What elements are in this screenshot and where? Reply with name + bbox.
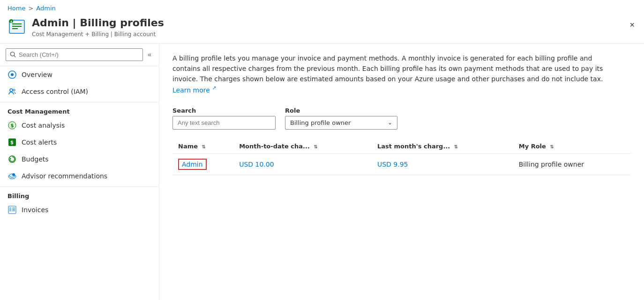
svg-point-6 [10,52,14,56]
svg-rect-21 [8,206,16,214]
search-filter-label: Search [172,107,276,114]
svg-point-11 [13,89,15,91]
svg-text:$: $ [11,123,14,128]
breadcrumb-home[interactable]: Home [7,5,25,12]
close-button[interactable]: × [628,18,637,32]
search-filter-input[interactable] [172,116,276,130]
sidebar-item-budgets[interactable]: Budgets [0,151,159,168]
sidebar-item-overview-label: Overview [22,71,52,78]
role-filter-select[interactable]: Billing profile owner ⌄ [285,116,397,130]
budgets-icon [7,154,17,164]
role-filter-label: Role [285,107,397,114]
role-filter-group: Role Billing profile owner ⌄ [285,107,397,130]
sidebar-nav: Overview Access control (IAM) Cost Manag… [0,66,159,300]
sidebar-item-access-control[interactable]: Access control (IAM) [0,83,159,100]
role-filter-value: Billing profile owner [290,119,388,126]
sidebar-item-invoices-label: Invoices [22,206,48,214]
breadcrumb: Home > Admin [0,0,644,15]
search-input-container[interactable] [6,48,143,61]
page-title-block: Admin | Billing profiles Cost Management… [32,16,637,38]
table-cell-name: Admin [172,154,233,175]
svg-line-7 [14,55,15,57]
table-cell-my-role: Billing profile owner [513,154,631,175]
access-control-icon [7,87,17,96]
page-header: $ Admin | Billing profiles Cost Manageme… [0,15,644,44]
content-area: A billing profile lets you manage your i… [159,44,644,300]
sidebar-item-budgets-label: Budgets [22,155,49,163]
page-title: Admin | Billing profiles [32,16,637,30]
svg-text:$: $ [10,20,12,23]
learn-more-link[interactable]: Learn more ↗ [172,86,217,94]
table-body: Admin USD 10.00 USD 9.95 Billing profile… [172,154,631,175]
table-cell-month-to-date: USD 10.00 [233,154,372,175]
sort-icon-last-month: ⇅ [454,144,458,149]
table-header: Name ⇅ Month-to-date cha... ⇅ Last month… [172,139,631,154]
billing-profiles-table: Name ⇅ Month-to-date cha... ⇅ Last month… [172,139,631,175]
invoices-icon [7,205,17,215]
external-link-icon: ↗ [212,85,216,92]
svg-text:$: $ [10,140,14,145]
sidebar-search-input[interactable] [19,51,139,58]
admin-cell: Admin [178,159,228,170]
advisor-recommendations-icon [7,171,17,181]
admin-profile-link[interactable]: Admin [178,159,207,170]
collapse-sidebar-button[interactable]: « [146,49,153,60]
filters-row: Search Role Billing profile owner ⌄ [172,107,631,130]
my-role-value: Billing profile owner [519,161,584,168]
svg-point-20 [12,173,15,176]
table-header-month-to-date[interactable]: Month-to-date cha... ⇅ [233,139,372,154]
table-row: Admin USD 10.00 USD 9.95 Billing profile… [172,154,631,175]
month-to-date-amount: USD 10.00 [239,161,274,168]
chevron-down-icon: ⌄ [388,119,392,126]
page-subtitle: Cost Management + Billing | Billing acco… [32,31,637,38]
table-header-my-role[interactable]: My Role ⇅ [513,139,631,154]
sidebar-item-cost-analysis-label: Cost analysis [22,122,65,129]
table-cell-last-month: USD 9.95 [372,154,513,175]
sidebar: « Overview [0,44,159,300]
sidebar-item-cost-alerts[interactable]: $ Cost alerts [0,134,159,151]
billing-section-title: Billing [0,186,159,201]
sort-icon-month-to-date: ⇅ [314,144,317,149]
breadcrumb-current[interactable]: Admin [36,5,55,12]
table-header-last-month[interactable]: Last month's charg... ⇅ [372,139,513,154]
table-header-name[interactable]: Name ⇅ [172,139,233,154]
sidebar-item-cost-alerts-label: Cost alerts [22,138,57,146]
search-icon [10,51,16,58]
cost-management-section-title: Cost Management [0,102,159,117]
search-box: « [0,44,159,66]
cost-alerts-icon: $ [7,138,17,147]
sidebar-item-advisor-recommendations-label: Advisor recommendations [22,172,107,180]
billing-description: A billing profile lets you manage your i… [172,53,604,96]
breadcrumb-separator: > [28,5,33,12]
sidebar-item-invoices[interactable]: Invoices [0,201,159,218]
sort-icon-my-role: ⇅ [550,144,554,149]
sidebar-item-overview[interactable]: Overview [0,66,159,83]
svg-point-10 [10,89,13,92]
sort-icon-name: ⇅ [202,144,206,149]
search-filter-group: Search [172,107,276,130]
sidebar-item-advisor-recommendations[interactable]: Advisor recommendations [0,168,159,185]
sidebar-item-access-control-label: Access control (IAM) [22,88,88,95]
main-layout: « Overview [0,44,644,300]
overview-icon [7,70,17,79]
sidebar-item-cost-analysis[interactable]: $ Cost analysis [0,117,159,134]
svg-point-9 [11,73,14,76]
page-icon: $ [7,17,26,36]
cost-analysis-icon: $ [7,121,17,130]
last-month-amount: USD 9.95 [377,161,408,168]
